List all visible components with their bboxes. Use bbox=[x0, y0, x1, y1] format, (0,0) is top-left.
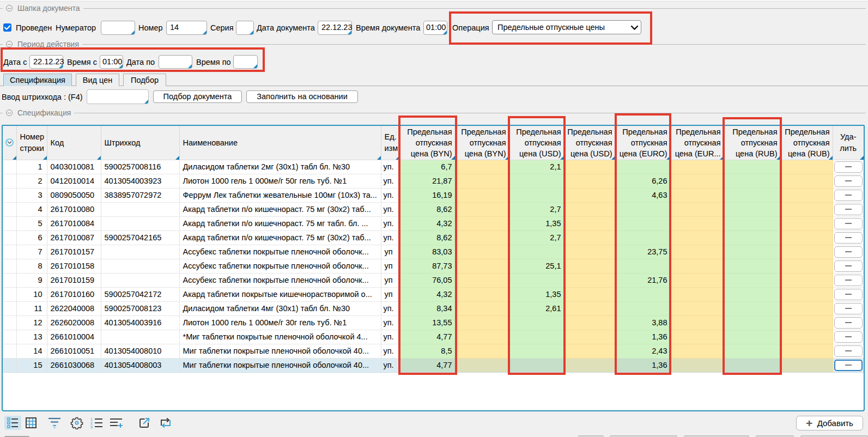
svg-text:1: 1 bbox=[90, 417, 93, 421]
svg-text:2: 2 bbox=[90, 421, 93, 425]
svg-text:3: 3 bbox=[90, 425, 93, 428]
